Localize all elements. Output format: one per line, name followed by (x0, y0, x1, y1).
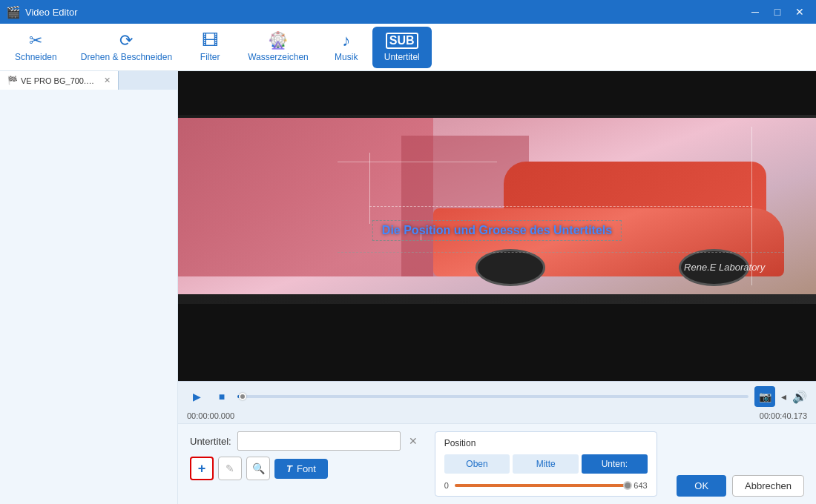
dialog-footer: OK Abbrechen (677, 475, 804, 497)
toolbar-label-drehen: Drehen & Beschneiden (81, 52, 172, 62)
position-mitte-button[interactable]: Mitte (513, 454, 579, 474)
subtitle-preview: Die Position und Groesse des Untertitels (372, 220, 622, 241)
minimize-button[interactable]: ─ (745, 1, 766, 22)
black-bar-bottom (178, 304, 816, 382)
screenshot-button[interactable]: 📷 (754, 386, 775, 407)
search-subtitle-button[interactable]: 🔍 (246, 457, 270, 480)
content-area: Rene.E Laboratory Die Position und Groes… (178, 71, 816, 504)
title-bar: 🎬 Video Editor ─ □ ✕ (0, 0, 816, 24)
progress-thumb[interactable] (239, 393, 246, 400)
toolbar-item-untertitel[interactable]: SUB Untertitel (372, 27, 432, 68)
add-subtitle-button[interactable]: + (190, 457, 214, 480)
left-panel: 🏁 VE PRO BG_700.mp4 ✕ (0, 71, 178, 504)
position-buttons: Oben Mitte Unten: (444, 454, 648, 474)
toolbar-label-wasserzeichen: Wasserzeichen (248, 52, 309, 62)
progress-track[interactable] (237, 395, 748, 398)
flag-icon: 🏁 (7, 76, 18, 85)
position-oben-button[interactable]: Oben (444, 454, 510, 474)
tab-close-button[interactable]: ✕ (104, 76, 111, 85)
bg-building-left (178, 118, 433, 276)
video-preview-container: Rene.E Laboratory Die Position und Groes… (178, 71, 816, 381)
font-button[interactable]: T Font (274, 459, 328, 479)
cancel-button[interactable]: Abbrechen (732, 475, 804, 497)
tab-filename: VE PRO BG_700.mp4 (21, 76, 98, 85)
scissors-icon: ✂ (29, 33, 42, 49)
edit-icon: ✎ (226, 462, 234, 474)
controls-bar: ▶ ■ 📷 ◂ 🔊 (178, 381, 816, 411)
subtitle-input-row: Untertitel: ✕ (190, 431, 420, 451)
toolbar-item-wasserzeichen[interactable]: 🎡 Wasserzeichen (236, 27, 320, 68)
toolbar-item-musik[interactable]: ♪ Musik (320, 27, 372, 68)
black-bar-top (178, 71, 816, 115)
close-button[interactable]: ✕ (789, 1, 810, 22)
ok-button[interactable]: OK (677, 475, 726, 497)
main-layout: 🏁 VE PRO BG_700.mp4 ✕ (0, 71, 816, 504)
position-title: Position (444, 438, 648, 448)
music-icon: ♪ (342, 33, 350, 49)
window-controls: ─ □ ✕ (745, 1, 810, 22)
rotate-icon: ⟳ (119, 33, 133, 49)
search-icon: 🔍 (252, 462, 265, 474)
subtitle-label: Untertitel: (190, 436, 231, 447)
stop-button[interactable]: ■ (212, 387, 231, 406)
toolbar-label-musik: Musik (335, 52, 358, 62)
toolbar-label-filter: Filter (200, 52, 220, 62)
subtitle-input[interactable] (237, 431, 401, 451)
time-current: 00:00:00.000 (187, 411, 234, 420)
car-shape (433, 153, 784, 276)
video-scene: Rene.E Laboratory Die Position und Groes… (178, 118, 816, 294)
app-title: Video Editor (25, 7, 745, 18)
subtitle-icon: SUB (386, 33, 418, 49)
time-total: 00:00:40.173 (760, 411, 807, 420)
action-buttons: + ✎ 🔍 T Font (190, 457, 420, 480)
volume-down-icon[interactable]: ◂ (781, 391, 786, 402)
input-clear-button[interactable]: ✕ (407, 434, 420, 448)
tab-bar: 🏁 VE PRO BG_700.mp4 ✕ (0, 71, 177, 90)
position-slider[interactable] (455, 484, 628, 487)
toolbar-label-untertitel: Untertitel (384, 52, 420, 62)
file-tab[interactable]: 🏁 VE PRO BG_700.mp4 ✕ (0, 71, 119, 90)
font-label: Font (297, 463, 316, 474)
edit-subtitle-button[interactable]: ✎ (218, 457, 242, 480)
marker-center-horizontal (338, 252, 784, 253)
position-slider-row: 0 643 (444, 481, 648, 490)
slider-thumb[interactable] (623, 481, 632, 490)
slider-min-label: 0 (444, 481, 449, 490)
filter-icon: 🎞 (202, 33, 218, 49)
maximize-button[interactable]: □ (767, 1, 788, 22)
toolbar-item-drehen[interactable]: ⟳ Drehen & Beschneiden (69, 27, 184, 68)
crosshair-h (338, 162, 497, 162)
watermark-icon: 🎡 (268, 33, 288, 49)
slider-fill (455, 484, 626, 487)
slider-max-label: 643 (634, 481, 647, 490)
play-button[interactable]: ▶ (187, 387, 206, 406)
toolbar-item-schneiden[interactable]: ✂ Schneiden (3, 27, 69, 68)
app-icon: 🎬 (6, 5, 21, 19)
position-panel: Position Oben Mitte Unten: 0 643 (435, 431, 657, 497)
subtitle-section: Untertitel: ✕ + ✎ 🔍 T Font (190, 431, 420, 480)
position-unten-button[interactable]: Unten: (582, 454, 648, 474)
video-preview: Rene.E Laboratory Die Position und Groes… (178, 71, 816, 381)
time-bar: 00:00:00.000 00:00:40.173 (178, 411, 816, 423)
main-toolbar: ✂ Schneiden ⟳ Drehen & Beschneiden 🎞 Fil… (0, 24, 816, 71)
watermark-text: Rene.E Laboratory (684, 262, 765, 273)
volume-icon[interactable]: 🔊 (792, 390, 807, 404)
toolbar-item-filter[interactable]: 🎞 Filter (184, 27, 236, 68)
toolbar-label-schneiden: Schneiden (15, 52, 57, 62)
bottom-panel: Untertitel: ✕ + ✎ 🔍 T Font (178, 423, 816, 504)
marker-vertical-left (369, 153, 370, 223)
font-t-icon: T (286, 463, 292, 474)
marker-horizontal (369, 206, 752, 207)
